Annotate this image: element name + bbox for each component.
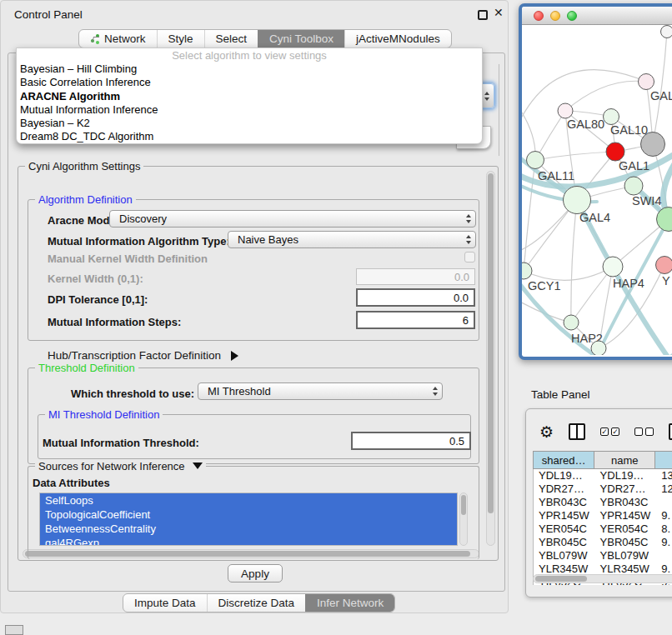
network-edge[interactable] [565, 81, 646, 111]
minimize-window-icon[interactable] [550, 11, 560, 21]
network-node[interactable] [661, 26, 672, 38]
table-cell: YBL079W [534, 549, 595, 562]
table-hscroll-thumb[interactable] [535, 576, 587, 582]
network-node[interactable] [604, 109, 619, 125]
control-panel-tab[interactable]: Network [79, 30, 157, 48]
apply-button[interactable]: Apply [228, 564, 283, 582]
table-row[interactable]: YPR145WYPR145W9. [534, 509, 672, 522]
table-cell [656, 549, 672, 562]
data-attribute-item[interactable]: gal4RGexp [40, 536, 457, 546]
sources-group-title[interactable]: Sources for Network Inference [35, 460, 206, 472]
node-label: GAL11 [538, 169, 574, 182]
network-node[interactable] [639, 74, 654, 90]
network-edge[interactable] [522, 300, 571, 322]
bottom-tab[interactable]: Discretize Data [207, 594, 306, 612]
mi-steps-field[interactable]: 6 [356, 311, 475, 329]
control-panel-tab[interactable]: jActiveMNodules [344, 30, 451, 48]
kernel-width-field[interactable]: 0.0 [356, 268, 475, 285]
algorithm-option[interactable]: Mutual Information Inference [17, 103, 482, 117]
docked-panel-icon[interactable] [5, 625, 23, 635]
close-panel-icon[interactable]: ✕ [494, 6, 504, 19]
network-node[interactable] [527, 152, 544, 169]
control-panel-tab[interactable]: Style [157, 30, 204, 48]
network-edge[interactable] [524, 267, 613, 280]
table-column-header[interactable]: shared… [534, 452, 594, 468]
new-table-icon[interactable] [669, 423, 672, 440]
bottom-tab[interactable]: Impute Data [123, 594, 207, 612]
table-row[interactable]: YBR043CYBR043C [534, 496, 672, 509]
network-node[interactable] [603, 257, 623, 277]
table-cell: YPR145W [595, 509, 657, 522]
bottom-tab[interactable]: Infer Network [305, 594, 394, 612]
network-node[interactable] [606, 142, 624, 161]
data-attributes-label: Data Attributes [33, 477, 110, 489]
algorithm-option[interactable]: Basic Correlation Inference [17, 76, 482, 89]
data-attribute-item[interactable]: TopologicalCoefficient [40, 508, 457, 522]
app-window: Control Panel ✕ NetworkStyleSelectCyni T… [0, 0, 672, 635]
combo-stepper-icon [462, 214, 475, 223]
aracne-mode-combo[interactable]: Discovery [109, 210, 476, 228]
gear-icon[interactable]: ⚙ [539, 424, 554, 440]
table-row[interactable]: YBL079WYBL079W [534, 549, 672, 562]
which-threshold-combo[interactable]: MI Threshold [198, 382, 443, 400]
table-column-header[interactable] [655, 452, 672, 468]
network-edge[interactable] [571, 267, 613, 322]
network-node[interactable] [564, 187, 591, 214]
column-layout-icon[interactable] [569, 423, 585, 440]
table-row[interactable]: YDR27…YDR27…12 [534, 482, 672, 496]
threshold-definition-title: Threshold Definition [35, 362, 138, 374]
algorithm-option[interactable]: Dream8 DC_TDC Algorithm [17, 130, 482, 143]
float-panel-icon[interactable] [478, 10, 488, 20]
network-node[interactable] [641, 132, 665, 157]
attributes-scrollbar[interactable] [459, 492, 468, 546]
attributes-scroll-thumb[interactable] [461, 495, 466, 515]
mi-threshold-group-title: MI Threshold Definition [45, 408, 163, 421]
network-node[interactable] [564, 315, 579, 330]
algorithm-option[interactable]: ARACNE Algorithm [17, 90, 482, 103]
table-cell: 8. [656, 522, 672, 536]
table-column-header[interactable]: name [594, 452, 655, 468]
algorithm-definition-title: Algorithm Definition [35, 193, 136, 206]
mi-threshold-field[interactable]: 0.5 [351, 432, 471, 450]
hub-definition-toggle[interactable]: Hub/Transcription Factor Definition [48, 349, 238, 362]
network-node[interactable] [522, 262, 532, 279]
network-edge[interactable] [535, 152, 615, 160]
manual-kernel-width-checkbox[interactable] [464, 252, 475, 262]
data-attribute-item[interactable]: SelfLoops [40, 493, 457, 508]
table-row[interactable]: YDL19…YDL19…13 [534, 469, 672, 482]
zoom-window-icon[interactable] [567, 11, 577, 21]
table-cell: 9. [656, 509, 672, 522]
network-node[interactable] [624, 177, 643, 195]
mi-algorithm-type-combo[interactable]: Naive Bayes [228, 231, 476, 248]
table-row[interactable]: YER054CYER054C8. [534, 522, 672, 536]
combo-stepper-icon [462, 235, 475, 244]
algorithm-option[interactable]: Bayesian – K2 [17, 117, 482, 130]
settings-vscroll-thumb[interactable] [488, 173, 494, 513]
network-canvas[interactable]: GALGAL80GAL10GAL1GAL11SWI4GAL4GCY1HAP4YH… [522, 25, 672, 355]
hidden-group-border [499, 64, 499, 156]
table-cell: 12 [656, 482, 672, 496]
network-edge[interactable] [653, 32, 667, 144]
settings-vertical-scrollbar[interactable] [486, 171, 495, 546]
table-horizontal-scrollbar[interactable] [533, 574, 672, 583]
network-edge[interactable] [571, 200, 577, 322]
deselect-all-columns-icon[interactable] [634, 428, 654, 436]
table-cell: YBR043C [534, 496, 595, 509]
data-attribute-item[interactable]: BetweennessCentrality [40, 522, 457, 536]
table-cell: YER054C [534, 522, 595, 536]
network-window-titlebar[interactable] [522, 7, 672, 25]
select-all-columns-icon[interactable]: ✓✓ [600, 428, 619, 436]
network-node[interactable] [591, 341, 606, 355]
control-panel-tab[interactable]: Select [204, 30, 258, 48]
dpi-tolerance-field[interactable]: 0.0 [356, 288, 475, 307]
network-node[interactable] [558, 103, 573, 118]
close-window-icon[interactable] [534, 11, 544, 21]
network-node[interactable] [656, 257, 672, 274]
table-panel-title: Table Panel [531, 388, 590, 401]
node-label: Y [662, 274, 670, 288]
node-label: GCY1 [528, 279, 561, 292]
algorithm-option[interactable]: Bayesian – Hill Climbing [17, 62, 482, 76]
control-panel-tab[interactable]: Cyni Toolbox [258, 30, 344, 48]
table-row[interactable]: YBR045CYBR045C9. [534, 536, 672, 549]
table-cell: 9. [656, 536, 672, 549]
